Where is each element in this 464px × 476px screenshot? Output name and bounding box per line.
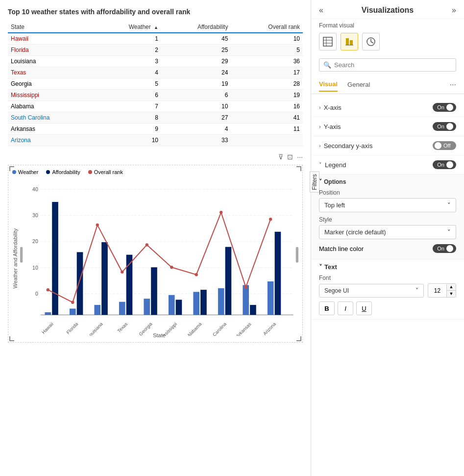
svg-rect-22 bbox=[77, 252, 83, 315]
svg-point-33 bbox=[96, 224, 99, 226]
style-dropdown[interactable]: Marker (circle default) ˅ bbox=[319, 225, 456, 239]
affordability-dot bbox=[46, 170, 50, 174]
search-box[interactable]: 🔍 bbox=[319, 58, 456, 72]
legend-toggle-label: On bbox=[437, 162, 444, 168]
filter-icon[interactable]: ⊽ bbox=[278, 153, 283, 161]
resize-handle-br[interactable] bbox=[296, 336, 301, 341]
svg-rect-15 bbox=[144, 299, 150, 315]
match-line-toggle[interactable]: On bbox=[433, 244, 456, 253]
svg-text:40: 40 bbox=[32, 186, 38, 192]
svg-rect-26 bbox=[176, 300, 182, 315]
italic-button[interactable]: I bbox=[338, 301, 353, 315]
legend-sub-section: ˅ Options Position Top left ˅ Style Mark… bbox=[311, 175, 464, 259]
match-line-row: Match line color On bbox=[319, 239, 456, 255]
section-secondary-yaxis[interactable]: › Secondary y-axis Off bbox=[311, 136, 464, 155]
table-row: Mississippi 6 6 19 bbox=[8, 90, 303, 101]
filters-tab[interactable]: Filters bbox=[310, 172, 319, 193]
viz-icon-format[interactable] bbox=[341, 33, 358, 50]
more-icon[interactable]: ··· bbox=[297, 153, 303, 161]
font-size-down[interactable]: ▼ bbox=[447, 291, 456, 297]
section-xaxis[interactable]: › X-axis On bbox=[311, 98, 464, 117]
col-affordability: Affordability bbox=[161, 22, 231, 33]
state-cell: Florida bbox=[8, 45, 94, 56]
svg-text:20: 20 bbox=[32, 238, 38, 244]
weather-cell: 9 bbox=[94, 124, 161, 135]
weather-cell: 7 bbox=[94, 101, 161, 112]
chart-title: Top 10 weather states with affordability… bbox=[8, 8, 303, 16]
xaxis-toggle-circle bbox=[446, 104, 453, 111]
svg-text:Texas: Texas bbox=[116, 321, 128, 334]
affordability-cell: 27 bbox=[161, 112, 231, 124]
sections-area: › X-axis On › Y-axis On › Secondary y- bbox=[311, 94, 464, 476]
format-visual-label: Format visual bbox=[311, 19, 464, 31]
affordability-cell: 24 bbox=[161, 67, 231, 78]
col-state: State bbox=[8, 22, 94, 33]
state-cell: Alabama bbox=[8, 101, 94, 112]
rank-cell: 41 bbox=[231, 112, 303, 124]
viz-title: Visualizations bbox=[362, 6, 414, 15]
legend-label: Legend bbox=[325, 161, 346, 169]
rank-cell: 16 bbox=[231, 101, 303, 112]
rank-cell: 5 bbox=[231, 45, 303, 56]
resize-handle-tr[interactable] bbox=[296, 166, 301, 171]
legend-chevron: ˅ bbox=[319, 162, 322, 168]
svg-rect-19 bbox=[243, 285, 249, 315]
font-label: Font bbox=[319, 275, 456, 281]
tab-visual[interactable]: Visual bbox=[319, 77, 338, 92]
chart-container: Weather and Affordability 40 30 20 10 0 bbox=[12, 179, 298, 338]
section-yaxis[interactable]: › Y-axis On bbox=[311, 117, 464, 136]
expand-icon[interactable]: ⊡ bbox=[287, 153, 293, 161]
weather-cell: 3 bbox=[94, 56, 161, 67]
affordability-cell: 33 bbox=[161, 135, 231, 146]
section-legend[interactable]: ˅ Legend On bbox=[311, 155, 464, 175]
tab-more[interactable]: ··· bbox=[450, 80, 456, 89]
secondary-yaxis-label: Secondary y-axis bbox=[324, 142, 373, 150]
svg-rect-27 bbox=[200, 290, 207, 315]
svg-text:Florida: Florida bbox=[65, 321, 79, 335]
svg-rect-28 bbox=[225, 247, 232, 315]
chart-area: Weather Affordability Overall rank Weath… bbox=[8, 165, 303, 343]
svg-rect-11 bbox=[45, 312, 51, 315]
affordability-cell: 29 bbox=[161, 56, 231, 67]
underline-button[interactable]: U bbox=[356, 301, 372, 315]
legend-affordability-label: Affordability bbox=[52, 169, 80, 175]
search-input[interactable] bbox=[334, 61, 452, 69]
font-dropdown[interactable]: Segoe UI ˅ bbox=[319, 284, 424, 298]
svg-point-35 bbox=[146, 243, 148, 246]
weather-cell: 8 bbox=[94, 112, 161, 124]
resize-handle-bl[interactable] bbox=[9, 336, 14, 341]
rank-cell bbox=[231, 135, 303, 146]
bold-button[interactable]: B bbox=[319, 301, 335, 315]
table-row: South Carolina 8 27 41 bbox=[8, 112, 303, 124]
viz-icon-table[interactable] bbox=[319, 33, 337, 50]
viz-icon-analytics[interactable] bbox=[362, 33, 380, 50]
collapse-icon[interactable]: « bbox=[319, 6, 323, 15]
secondary-yaxis-toggle[interactable]: Off bbox=[433, 141, 456, 150]
affordability-cell: 6 bbox=[161, 90, 231, 101]
svg-rect-14 bbox=[119, 302, 125, 315]
state-cell: Arkansas bbox=[8, 124, 94, 135]
legend-toggle[interactable]: On bbox=[433, 160, 456, 169]
xaxis-toggle[interactable]: On bbox=[433, 103, 456, 112]
svg-rect-57 bbox=[346, 38, 349, 45]
rank-cell: 17 bbox=[231, 67, 303, 78]
text-chevron: ˅ bbox=[319, 263, 322, 271]
font-size-up[interactable]: ▲ bbox=[447, 284, 456, 291]
svg-rect-29 bbox=[250, 305, 256, 315]
yaxis-toggle[interactable]: On bbox=[433, 122, 456, 131]
table-row: Hawaii 1 45 10 bbox=[8, 33, 303, 45]
tab-general[interactable]: General bbox=[347, 78, 370, 91]
resize-handle-tl[interactable] bbox=[9, 166, 14, 171]
table-row: Alabama 7 10 16 bbox=[8, 101, 303, 112]
svg-text:0: 0 bbox=[35, 291, 38, 297]
table-toolbar: ⊽ ⊡ ··· bbox=[8, 151, 303, 163]
expand-panel-icon[interactable]: » bbox=[452, 6, 456, 15]
format-row: B I U bbox=[319, 301, 456, 315]
position-dropdown[interactable]: Top left ˅ bbox=[319, 198, 456, 212]
table-row: Florida 2 25 5 bbox=[8, 45, 303, 56]
search-icon: 🔍 bbox=[323, 61, 331, 69]
left-panel: Top 10 weather states with affordability… bbox=[0, 0, 311, 476]
state-cell: Texas bbox=[8, 67, 94, 78]
weather-cell: 5 bbox=[94, 78, 161, 90]
sort-arrow: ▲ bbox=[154, 25, 158, 30]
